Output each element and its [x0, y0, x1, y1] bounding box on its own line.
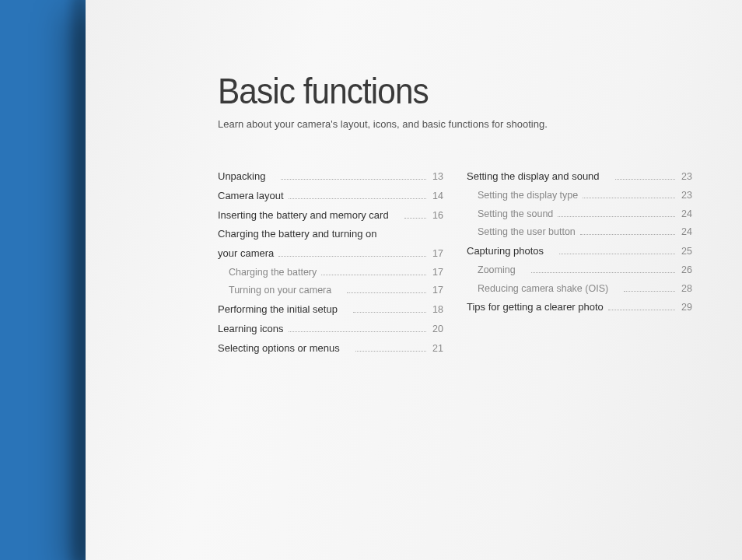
toc-label: your camera [218, 244, 274, 264]
toc-label: Charging the battery [229, 264, 317, 282]
toc-label: Selecting options or menus [218, 339, 340, 359]
toc-page-number: 13 [429, 168, 443, 187]
toc-entry[interactable]: Inserting the battery and memory card16 [218, 206, 443, 226]
toc-entry[interactable]: Camera layout14 [218, 187, 443, 206]
toc-columns: Unpacking13Camera layout14Inserting the … [218, 167, 708, 358]
toc-leader-dots [355, 351, 426, 352]
toc-leader-dots [531, 272, 675, 273]
toc-entry[interactable]: Charging the battery17 [218, 264, 443, 282]
toc-entry[interactable]: Setting the sound24 [467, 205, 692, 224]
toc-leader-dots [321, 275, 426, 275]
toc-page-number: 28 [678, 280, 692, 299]
toc-leader-dots [558, 216, 675, 217]
toc-leader-dots [608, 310, 675, 310]
toc-leader-dots [624, 291, 675, 292]
toc-label: Performing the initial setup [218, 300, 338, 320]
toc-label: Charging the battery and turning on [218, 225, 377, 244]
toc-page-number: 17 [429, 264, 443, 282]
toc-label: Unpacking [218, 167, 265, 187]
toc-page-number: 24 [678, 205, 692, 224]
page-subtitle: Learn about your camera's layout, icons,… [218, 118, 708, 130]
toc-page-number: 29 [678, 299, 692, 317]
toc-label: Capturing photos [467, 242, 544, 261]
toc-page-number: 20 [429, 320, 443, 339]
toc-page-number: 24 [678, 223, 692, 242]
toc-page-number: 18 [429, 301, 443, 320]
toc-label: Camera layout [218, 187, 284, 206]
toc-page-number: 25 [678, 243, 692, 261]
toc-entry[interactable]: Turning on your camera17 [218, 282, 443, 300]
toc-page-number: 17 [429, 245, 443, 264]
toc-leader-dots [289, 198, 426, 199]
toc-label: Zooming [478, 261, 516, 280]
toc-leader-dots [559, 254, 675, 254]
toc-entry[interactable]: your camera17 [218, 244, 443, 264]
page-title: Basic functions [218, 70, 669, 112]
toc-label: Reducing camera shake (OIS) [478, 280, 608, 299]
toc-label: Setting the display and sound [467, 167, 600, 187]
toc-entry[interactable]: Tips for getting a clearer photo29 [467, 298, 692, 317]
toc-leader-dots [278, 256, 426, 257]
toc-entry[interactable]: Setting the display type23 [467, 187, 692, 205]
toc-column-left: Unpacking13Camera layout14Inserting the … [218, 167, 443, 358]
toc-leader-dots [404, 218, 426, 219]
toc-label: Tips for getting a clearer photo [467, 298, 604, 317]
toc-leader-dots [353, 312, 426, 313]
toc-column-right: Setting the display and sound23Setting t… [467, 167, 692, 358]
toc-page-number: 17 [429, 282, 443, 300]
toc-label: Inserting the battery and memory card [218, 206, 389, 226]
toc-entry[interactable]: Selecting options or menus21 [218, 339, 443, 359]
toc-entry[interactable]: Charging the battery and turning on [218, 225, 443, 244]
toc-page-number: 23 [678, 168, 692, 187]
toc-entry[interactable]: Unpacking13 [218, 167, 443, 187]
toc-entry[interactable]: Setting the user button24 [467, 223, 692, 242]
toc-label: Learning icons [218, 320, 284, 339]
document-page: Basic functions Learn about your camera'… [86, 0, 742, 560]
toc-page-number: 21 [429, 340, 443, 359]
toc-leader-dots [580, 234, 675, 235]
toc-label: Setting the sound [478, 205, 553, 224]
toc-leader-dots [615, 179, 675, 180]
toc-page-number: 23 [678, 187, 692, 205]
toc-label: Turning on your camera [229, 282, 331, 300]
toc-label: Setting the user button [478, 223, 576, 242]
toc-leader-dots [289, 331, 426, 332]
toc-entry[interactable]: Zooming26 [467, 261, 692, 280]
toc-label: Setting the display type [478, 187, 578, 205]
toc-entry[interactable]: Reducing camera shake (OIS)28 [467, 280, 692, 299]
toc-page-number: 26 [678, 261, 692, 280]
toc-entry[interactable]: Performing the initial setup18 [218, 300, 443, 320]
toc-leader-dots [583, 198, 675, 198]
toc-leader-dots [281, 179, 426, 180]
toc-page-number: 16 [429, 207, 443, 226]
toc-entry[interactable]: Learning icons20 [218, 320, 443, 339]
toc-entry[interactable]: Capturing photos25 [467, 242, 692, 261]
toc-entry[interactable]: Setting the display and sound23 [467, 167, 692, 187]
toc-leader-dots [347, 292, 426, 293]
toc-page-number: 14 [429, 187, 443, 206]
